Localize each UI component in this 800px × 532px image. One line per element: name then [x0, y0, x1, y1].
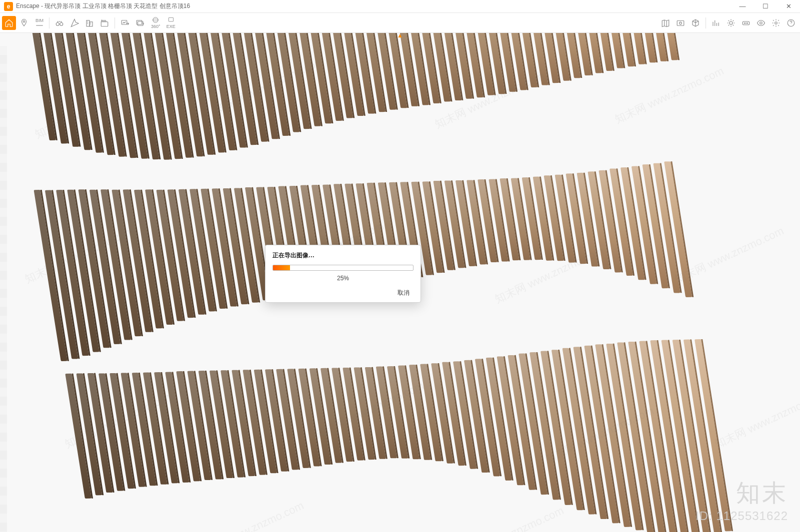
app-logo: e — [4, 2, 13, 11]
exe-label: EXE — [166, 24, 176, 29]
bim-icon[interactable]: BIM — [32, 16, 46, 30]
export-batch-icon[interactable] — [133, 16, 147, 30]
export-dialog: 正在导出图像… 25% 取消 — [265, 245, 421, 303]
exe-export-icon[interactable]: EXE — [164, 16, 178, 30]
panorama-icon[interactable]: 360° — [148, 16, 162, 30]
svg-rect-5 — [101, 21, 108, 26]
building-icon[interactable] — [82, 16, 96, 30]
compass-icon[interactable] — [68, 16, 82, 30]
svg-point-19 — [775, 21, 778, 24]
maximize-button[interactable]: ☐ — [754, 0, 777, 12]
vr-icon[interactable] — [739, 16, 753, 30]
bim-label: BIM — [36, 18, 44, 23]
svg-point-17 — [746, 22, 748, 23]
cancel-button[interactable]: 取消 — [394, 287, 414, 298]
svg-point-1 — [56, 22, 59, 25]
gear-icon[interactable] — [769, 16, 783, 30]
svg-rect-7 — [136, 20, 142, 24]
svg-point-9 — [153, 17, 158, 23]
svg-rect-11 — [168, 17, 173, 21]
svg-rect-8 — [138, 21, 144, 25]
pin-icon[interactable] — [17, 16, 31, 30]
graph-icon[interactable] — [709, 16, 723, 30]
screenshot-icon[interactable] — [674, 16, 688, 30]
title-bar: e Enscape - 现代异形吊顶 工业吊顶 格栅吊顶 天花造型 创意吊顶16… — [0, 0, 800, 13]
title-sep: - — [40, 2, 45, 9]
toolbar: BIM 360° EXE — [0, 13, 800, 33]
svg-point-2 — [60, 22, 63, 25]
svg-point-10 — [153, 19, 158, 21]
expand-panel-icon[interactable]: ▲ — [397, 32, 403, 39]
export-image-icon[interactable] — [118, 16, 132, 30]
sun-icon[interactable] — [724, 16, 738, 30]
cube-icon[interactable] — [688, 16, 702, 30]
separator — [114, 17, 115, 28]
progress-text: 25% — [272, 275, 414, 282]
dialog-title: 正在导出图像… — [272, 251, 414, 260]
app-name: Enscape — [16, 2, 40, 9]
svg-rect-12 — [677, 20, 684, 25]
minimize-button[interactable]: — — [731, 0, 754, 12]
svg-point-18 — [760, 21, 762, 24]
svg-point-16 — [744, 22, 746, 23]
host-app-strip — [0, 46, 7, 532]
home-icon[interactable] — [2, 16, 16, 30]
binoculars-icon[interactable] — [52, 16, 66, 30]
render-viewport[interactable]: 知末网 www.znzmo.com知末网 www.znzmo.com知末网 ww… — [0, 33, 800, 532]
window-title: Enscape - 现代异形吊顶 工业吊顶 格栅吊顶 天花造型 创意吊顶16 — [16, 2, 190, 10]
svg-rect-15 — [742, 21, 750, 25]
separator — [706, 17, 706, 28]
help-icon[interactable] — [784, 16, 798, 30]
eye-icon[interactable] — [754, 16, 768, 30]
panorama-label: 360° — [151, 24, 160, 29]
separator — [49, 17, 50, 28]
close-button[interactable]: ✕ — [777, 0, 800, 12]
svg-point-14 — [730, 21, 732, 24]
svg-point-0 — [23, 20, 24, 22]
progress-fill — [273, 265, 290, 270]
document-title: 现代异形吊顶 工业吊顶 格栅吊顶 天花造型 创意吊顶16 — [44, 2, 190, 9]
map-icon[interactable] — [658, 16, 672, 30]
clapper-icon[interactable] — [98, 16, 112, 30]
progress-bar — [272, 265, 414, 271]
svg-point-13 — [680, 22, 682, 24]
